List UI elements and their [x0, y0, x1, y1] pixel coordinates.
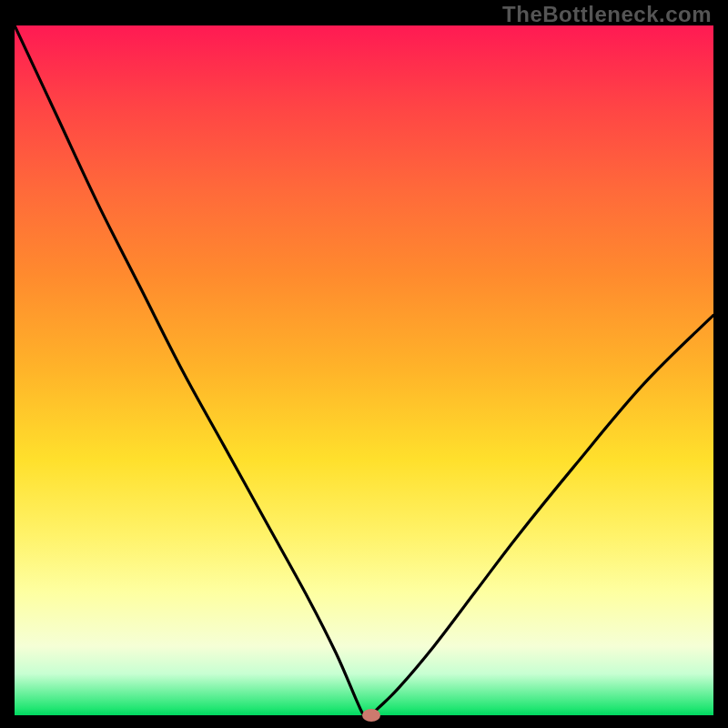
curve-path	[15, 25, 713, 715]
optimum-marker	[362, 709, 380, 722]
chart-frame: TheBottleneck.com	[0, 0, 728, 728]
plot-area	[15, 25, 713, 715]
watermark-text: TheBottleneck.com	[502, 2, 712, 27]
bottleneck-curve	[15, 25, 713, 715]
